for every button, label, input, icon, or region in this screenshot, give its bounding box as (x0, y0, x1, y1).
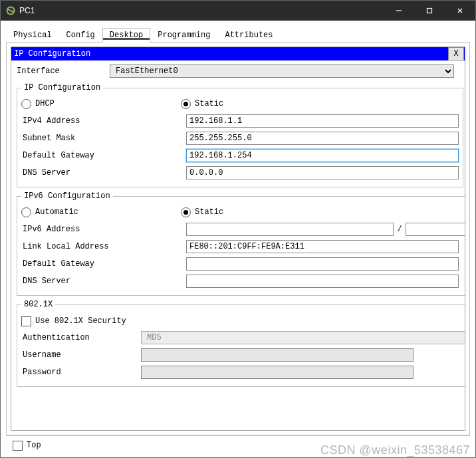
dhcp-radio[interactable] (21, 99, 31, 109)
ipv6-address-input[interactable] (186, 223, 394, 236)
app-icon (6, 6, 15, 15)
tab-bar: Physical Config Desktop Programming Attr… (6, 27, 470, 43)
panel-header: IP Configuration X (11, 47, 465, 60)
link-local-input[interactable] (186, 240, 459, 253)
minimize-button[interactable] (384, 1, 414, 21)
titlebar: PC1 (1, 1, 475, 21)
ipv6-dns-input[interactable] (186, 275, 459, 288)
close-button[interactable] (445, 1, 475, 21)
default-gateway-label: Default Gateway (21, 151, 186, 160)
svg-rect-1 (427, 9, 432, 13)
tab-config[interactable]: Config (59, 28, 102, 43)
ipv6-prefix-input[interactable] (406, 223, 465, 236)
dns-server-label: DNS Server (21, 168, 186, 177)
username-input[interactable] (141, 348, 414, 362)
username-label: Username (21, 350, 141, 360)
tab-physical[interactable]: Physical (6, 28, 59, 43)
ip-config-panel: IP Configuration X Interface FastEtherne… (11, 47, 465, 431)
ipv6-gateway-input[interactable] (186, 257, 459, 271)
ipv4-label: IPv4 Address (21, 116, 186, 126)
content-area: Physical Config Desktop Programming Attr… (1, 21, 475, 457)
ipv6-auto-radio[interactable] (21, 207, 31, 217)
app-window: PC1 Physical Config Desktop Programming … (0, 0, 476, 458)
authentication-select[interactable]: MD5 (141, 331, 465, 344)
dot1x-legend: 802.1X (21, 300, 55, 309)
top-checkbox[interactable] (13, 441, 23, 451)
ip-config-legend: IP Configuration (21, 83, 103, 92)
tab-programming[interactable]: Programming (150, 28, 217, 43)
default-gateway-input[interactable] (186, 149, 459, 162)
ipv6-dns-label: DNS Server (21, 277, 186, 286)
use-8021x-checkbox[interactable] (21, 316, 31, 326)
ipv6-config-group: IPv6 Configuration Automatic Static (17, 191, 465, 296)
ipv6-address-label: IPv6 Address (21, 225, 186, 234)
dot1x-group: 802.1X Use 802.1X Security Authenticatio… (17, 300, 465, 387)
interface-label: Interface (15, 66, 110, 76)
bottom-bar: Top (6, 435, 470, 455)
top-label: Top (27, 441, 41, 450)
link-local-label: Link Local Address (21, 242, 186, 251)
panel-title: IP Configuration (14, 49, 447, 58)
authentication-label: Authentication (21, 333, 141, 342)
ipv6-gateway-label: Default Gateway (21, 259, 186, 269)
prefix-slash: / (394, 225, 406, 234)
subnet-mask-input[interactable] (186, 132, 459, 145)
window-title: PC1 (19, 6, 384, 15)
tab-desktop[interactable]: Desktop (102, 28, 150, 43)
interface-select[interactable]: FastEthernet0 (110, 64, 454, 78)
ipv6-static-radio[interactable] (181, 207, 191, 217)
ip-config-group: IP Configuration DHCP Static (17, 83, 463, 187)
use-8021x-label: Use 802.1X Security (35, 316, 126, 326)
tab-panel: IP Configuration X Interface FastEtherne… (6, 43, 470, 435)
dhcp-label: DHCP (35, 99, 55, 108)
subnet-mask-label: Subnet Mask (21, 134, 186, 143)
maximize-button[interactable] (414, 1, 445, 21)
ipv6-config-legend: IPv6 Configuration (21, 191, 113, 201)
ipv4-address-input[interactable] (186, 114, 459, 128)
tab-attributes[interactable]: Attributes (217, 28, 280, 43)
password-input[interactable] (141, 366, 414, 379)
password-label: Password (21, 368, 141, 377)
ipv6-auto-label: Automatic (35, 207, 78, 217)
panel-close-button[interactable]: X (448, 47, 464, 60)
static-label: Static (195, 99, 223, 108)
dns-server-input[interactable] (186, 166, 459, 179)
ipv6-static-label: Static (195, 207, 223, 217)
static-radio[interactable] (181, 99, 191, 109)
